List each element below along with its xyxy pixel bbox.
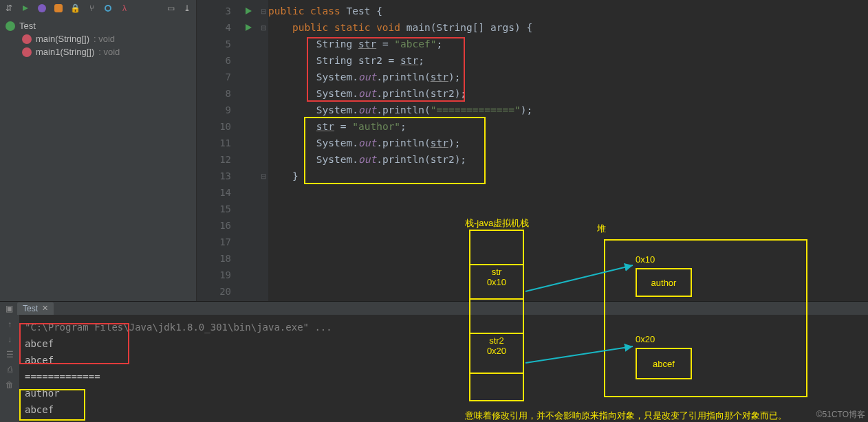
stack-box-mid: [469, 300, 524, 333]
sort-icon[interactable]: ⇵: [3, 2, 15, 14]
heap-addr-1: 0x10: [636, 254, 655, 265]
stack-var-name: str: [470, 267, 523, 277]
tree-root[interactable]: Test: [4, 19, 192, 32]
stack-title: 栈-java虚拟机栈: [465, 217, 529, 230]
wrap-icon[interactable]: ☰: [4, 349, 15, 360]
tree-method[interactable]: main(String[]) : void: [4, 32, 192, 45]
app-root: ⇵ 🔒 ⑂ λ ▭ ⤓ Test main(String[]): [0, 0, 868, 422]
code-line[interactable]: System.out.println(str2);: [268, 85, 868, 102]
print-icon[interactable]: ⎙: [4, 364, 15, 375]
code-line[interactable]: }: [268, 168, 868, 184]
code-line[interactable]: [268, 184, 868, 201]
code-line[interactable]: System.out.println("=============");: [268, 102, 868, 118]
tree-method-label: main1(String[]): [36, 47, 94, 57]
trash-icon[interactable]: 🗑: [4, 379, 15, 390]
run-marker-gutter: [238, 0, 259, 301]
fold-gutter: ⊟⊟⊟: [259, 0, 268, 301]
stack-cell-str2: str2 0x20: [469, 333, 524, 374]
structure-tree: Test main(String[]) : void main1(String[…: [0, 16, 196, 61]
code-line[interactable]: String str2 = str;: [268, 52, 868, 69]
branch-icon[interactable]: ⑂: [85, 2, 98, 14]
heap-title: 堆: [597, 223, 606, 235]
code-line[interactable]: System.out.println(str2);: [268, 151, 868, 168]
tree-method-type: : void: [94, 34, 115, 44]
code-line[interactable]: [268, 201, 868, 217]
down-icon[interactable]: ↓: [4, 334, 15, 345]
heap-value: abcef: [653, 359, 675, 369]
code-line[interactable]: [268, 217, 868, 234]
tree-method-label: main(String[]): [36, 34, 89, 44]
stack-cell-str: str 0x10: [469, 264, 524, 300]
stack-var-addr: 0x20: [470, 346, 523, 356]
orange-icon[interactable]: [52, 2, 65, 14]
stack-box-top: [469, 230, 524, 264]
method-icon: [22, 47, 32, 57]
tree-method-type: : void: [98, 47, 120, 57]
heap-box: [604, 239, 807, 397]
code-line[interactable]: public static void main(String[] args) {: [268, 19, 868, 36]
lock-icon[interactable]: 🔒: [69, 2, 81, 14]
tab-icon: ▣: [6, 304, 13, 313]
heap-obj-1: author: [636, 268, 692, 297]
tree-root-label: Test: [19, 21, 36, 31]
tree-method[interactable]: main1(String[]) : void: [4, 45, 192, 58]
code-line[interactable]: String str = "abcef";: [268, 36, 868, 52]
close-icon[interactable]: ✕: [42, 304, 48, 313]
run-tab-label: Test: [23, 304, 38, 313]
heap-value: author: [651, 278, 677, 288]
heap-addr-2: 0x20: [636, 334, 655, 344]
code-line[interactable]: public class Test {: [268, 3, 868, 19]
run-gutter-icon[interactable]: [246, 8, 252, 14]
run-tab[interactable]: Test ✕: [17, 302, 54, 315]
watermark: ©51CTO博客: [816, 409, 865, 421]
play-icon[interactable]: [19, 2, 32, 14]
layout-icon[interactable]: ▭: [164, 2, 177, 14]
heap-obj-2: abcef: [636, 348, 692, 379]
class-icon: [6, 21, 15, 31]
up-icon[interactable]: ↑: [4, 319, 15, 330]
run-gutter-icon[interactable]: [246, 24, 252, 31]
code-line[interactable]: System.out.println(str);: [268, 135, 868, 151]
circle-icon[interactable]: [102, 2, 114, 14]
lambda-icon[interactable]: λ: [118, 2, 131, 14]
stack-box-bottom: [469, 374, 524, 401]
export-icon[interactable]: ⤓: [181, 2, 193, 14]
diagram-caption: 意味着修改引用，并不会影响原来指向对象，只是改变了引用指向那个对象而已。: [465, 410, 787, 422]
method-icon: [22, 34, 32, 44]
stack-var-addr: 0x10: [470, 277, 523, 287]
structure-toolbar: ⇵ 🔒 ⑂ λ ▭ ⤓: [0, 0, 196, 16]
purple-icon[interactable]: [36, 2, 48, 14]
code-line[interactable]: str = "author";: [268, 118, 868, 135]
run-gutter: ↑ ↓ ☰ ⎙ 🗑: [0, 315, 19, 422]
line-number-gutter: 34567891011121314151617181920: [197, 0, 238, 301]
stack-var-name: str2: [470, 335, 523, 346]
structure-panel: ⇵ 🔒 ⑂ λ ▭ ⤓ Test main(String[]): [0, 0, 197, 301]
code-line[interactable]: System.out.println(str);: [268, 69, 868, 85]
